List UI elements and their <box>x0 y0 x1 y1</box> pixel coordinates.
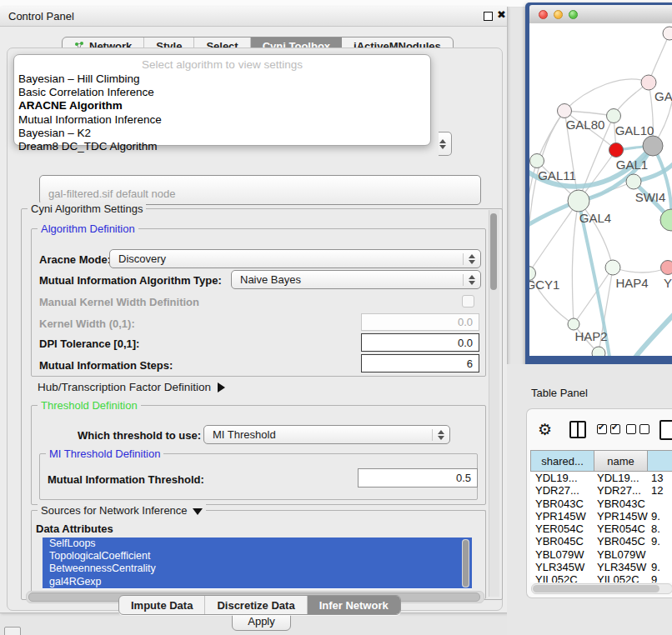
attribute-item-selfloops[interactable]: SelfLoops <box>43 538 472 550</box>
combo-stepper-icon <box>463 274 477 286</box>
network-edge[interactable] <box>564 79 649 111</box>
network-node-gal11[interactable] <box>530 154 544 168</box>
table-row[interactable]: YBR045CYBR045C9. <box>530 535 672 548</box>
network-edge[interactable] <box>537 111 564 161</box>
table-panel-title: Table Panel <box>531 387 588 399</box>
attributes-scrollbar-thumb[interactable] <box>463 540 469 587</box>
column-header-clipped[interactable] <box>648 450 672 472</box>
kernel-width-input[interactable]: 0.0 <box>361 313 479 331</box>
hub-definition-expander[interactable]: Hub/Transcription Factor Definition <box>38 381 225 393</box>
split-pane-icon[interactable] <box>569 421 586 438</box>
attribute-item-betweennesscentrality[interactable]: BetweennessCentrality <box>43 562 472 575</box>
table-row[interactable]: YDR27...YDR27...12 <box>530 484 672 497</box>
algorithm-option-mutual-information-inference[interactable]: Mutual Information Inference <box>14 113 430 127</box>
zoom-traffic-light[interactable] <box>569 10 578 19</box>
control-panel-title: Control Panel <box>8 10 74 22</box>
column-header-shared-name[interactable]: shared... <box>530 450 594 472</box>
network-node-gal80[interactable] <box>558 104 572 118</box>
table-cell: YPR145W <box>594 510 648 522</box>
algorithm-option-bayesian-k2[interactable]: Bayesian – K2 <box>14 127 430 140</box>
mi-steps-label: Mutual Information Steps: <box>39 359 173 372</box>
attribute-item-gal4rgexp[interactable]: gal4RGexp <box>43 576 472 588</box>
table-cell: 12 <box>648 484 672 497</box>
data-attributes-list[interactable]: SelfLoopsTopologicalCoefficientBetweenne… <box>43 538 472 589</box>
network-node-y[interactable] <box>661 261 672 275</box>
network-node-gal4[interactable] <box>568 190 589 212</box>
settings-scrollbar-thumb[interactable] <box>490 213 497 290</box>
table-row[interactable]: YPR145WYPR145W9. <box>530 510 672 522</box>
deselect-all-icon[interactable] <box>626 424 649 434</box>
algorithm-option-dream8-dc-tdc-algorithm[interactable]: Dream8 DC_TDC Algorithm <box>14 140 430 153</box>
unchecked-box-icon <box>626 424 636 434</box>
table-horizontal-scrollbar-thumb[interactable] <box>533 585 659 592</box>
settings-group-title: Cyni Algorithm Settings <box>28 202 146 215</box>
network-edge[interactable] <box>572 201 579 324</box>
algorithm-dropdown-list[interactable]: Select algorithm to view settings Bayesi… <box>13 54 431 146</box>
inference-algorithm-combo-peek[interactable] <box>439 132 452 156</box>
node-label-hap2: HAP2 <box>574 329 607 343</box>
table-row[interactable]: YBL079WYBL079W <box>530 548 672 561</box>
tab-infer-network[interactable]: Infer Network <box>308 596 400 614</box>
algorithm-option-bayesian-hill-climbing[interactable]: Bayesian – Hill Climbing <box>14 72 430 86</box>
network-node-gal[interactable] <box>641 75 656 90</box>
network-node-gal10[interactable] <box>607 109 621 123</box>
document-icon[interactable] <box>659 420 672 440</box>
aracne-mode-combo[interactable]: Discovery <box>109 249 481 268</box>
manual-kernel-checkbox[interactable] <box>462 295 474 308</box>
network-selector-combo[interactable]: gal-filtered.sif default node <box>39 175 481 205</box>
tab-discretize-data[interactable]: Discretize Data <box>205 596 307 614</box>
column-header-name[interactable]: name <box>594 450 648 472</box>
close-icon[interactable]: ✖ <box>497 8 506 21</box>
network-edge[interactable] <box>649 33 669 82</box>
table-cell: YBR043C <box>530 498 594 510</box>
apply-button-label: Apply <box>248 615 275 628</box>
network-node[interactable] <box>592 347 605 356</box>
dpi-tolerance-input[interactable]: 0.0 <box>361 333 479 352</box>
table-row[interactable]: YIL052CYIL052C9 <box>530 573 672 582</box>
collapse-arrow-icon <box>193 508 203 515</box>
float-window-icon[interactable] <box>484 12 493 21</box>
network-view-window[interactable]: GALGAL80GAL10GAL1GAL11SWI4GAL4GCY1HAP4YH… <box>525 2 672 378</box>
minimized-panel-icon[interactable] <box>4 627 21 635</box>
network-node-gal1[interactable] <box>609 143 624 158</box>
network-edge[interactable] <box>634 308 672 356</box>
mi-type-combo[interactable]: Naive Bayes <box>231 270 481 289</box>
table-row[interactable]: YBR043CYBR043C <box>530 498 672 510</box>
sources-group-title[interactable]: Sources for Network Inference <box>38 504 206 517</box>
network-node[interactable] <box>643 136 663 156</box>
network-node-hap4[interactable] <box>605 260 620 275</box>
close-traffic-light[interactable] <box>539 10 548 19</box>
node-label-swi4: SWI4 <box>635 190 666 204</box>
mi-steps-input[interactable]: 6 <box>361 354 479 372</box>
network-node-swi4[interactable] <box>626 174 641 189</box>
tab-impute-data[interactable]: Impute Data <box>119 596 205 614</box>
algorithm-option-aracne-algorithm[interactable]: ARACNE Algorithm <box>14 99 430 112</box>
mi-threshold-definition-title: MI Threshold Definition <box>46 448 163 460</box>
network-canvas[interactable]: GALGAL80GAL10GAL1GAL11SWI4GAL4GCY1HAP4YH… <box>529 23 672 356</box>
table-row[interactable]: YLR345WYLR345W9. <box>530 561 672 573</box>
table-rows: YDL19...YDL19...13YDR27...YDR27...12YBR0… <box>530 472 672 582</box>
minimize-traffic-light[interactable] <box>554 10 563 19</box>
gear-icon[interactable]: ⚙ <box>538 421 552 439</box>
network-edge[interactable] <box>613 268 668 272</box>
select-all-icon[interactable] <box>597 424 620 434</box>
kernel-width-value: 0.0 <box>458 316 473 328</box>
network-edge[interactable] <box>529 111 564 273</box>
table-cell: YBR043C <box>594 498 648 510</box>
table-row[interactable]: YER054CYER054C8. <box>530 522 672 535</box>
mi-threshold-input[interactable]: 0.5 <box>358 468 478 488</box>
table-cell: 9. <box>648 561 672 573</box>
table-row[interactable]: YDL19...YDL19...13 <box>530 472 672 484</box>
algorithm-option-basic-correlation-inference[interactable]: Basic Correlation Inference <box>14 86 430 99</box>
network-graph[interactable]: GALGAL80GAL10GAL1GAL11SWI4GAL4GCY1HAP4YH… <box>529 23 672 356</box>
data-attributes-label: Data Attributes <box>36 522 113 535</box>
table-cell: YBR045C <box>594 535 648 548</box>
network-node[interactable] <box>663 27 672 40</box>
network-node-hap2[interactable] <box>568 318 579 330</box>
network-window-titlebar[interactable] <box>529 5 672 24</box>
aracne-mode-label: Aracne Mode: <box>39 253 111 266</box>
which-threshold-combo[interactable]: MI Threshold <box>203 425 450 444</box>
attribute-item-topologicalcoefficient[interactable]: TopologicalCoefficient <box>43 550 472 562</box>
algorithm-dropdown-items: Bayesian – Hill ClimbingBasic Correlatio… <box>14 72 430 153</box>
expander-arrow-icon <box>218 382 225 392</box>
